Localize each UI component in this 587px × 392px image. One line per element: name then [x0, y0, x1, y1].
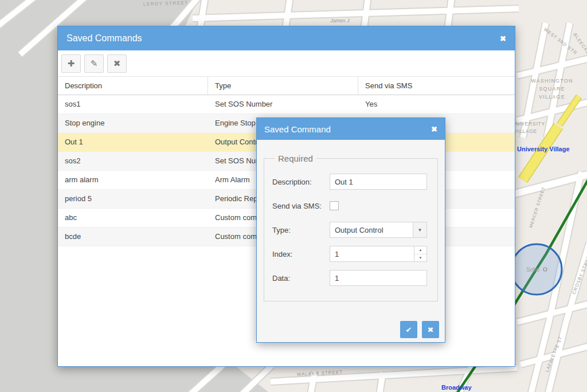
dialog-close-icon[interactable]: ✖: [431, 125, 437, 134]
dialog-footer: ✔ ✖: [257, 317, 445, 342]
map-label: SQUARE: [539, 86, 565, 92]
data-label: Data:: [272, 274, 330, 283]
type-row: Type: ▼: [272, 222, 429, 238]
map-label: UNIVERSITY: [511, 121, 545, 127]
table-cell-type: Set SOS Number: [208, 95, 358, 113]
description-label: Description:: [272, 178, 330, 186]
required-fieldset: Required Description: Send via SMS: Type…: [264, 154, 438, 301]
type-label: Type:: [272, 226, 330, 234]
cancel-button[interactable]: ✖: [422, 321, 439, 338]
sms-row: Send via SMS:: [272, 198, 429, 214]
table-cell-description: Out 1: [58, 133, 208, 151]
index-label: Index:: [272, 250, 330, 258]
type-combobox-input[interactable]: [330, 222, 413, 237]
table-cell-sms: Yes: [358, 95, 515, 113]
table-cell-description: period 5: [58, 190, 208, 208]
table-cell-description: Stop engine: [58, 114, 208, 132]
table-cell-description: sos1: [58, 95, 208, 113]
map-label: VILLAGE: [539, 94, 565, 100]
add-button[interactable]: ✚: [61, 54, 81, 73]
column-header-description[interactable]: Description: [58, 77, 208, 95]
map-label: James J: [330, 18, 350, 23]
spinner-triggers: ▲ ▼: [414, 246, 426, 261]
type-combobox[interactable]: ▼: [330, 222, 427, 238]
send-via-sms-checkbox[interactable]: [330, 201, 339, 210]
fieldset-legend: Required: [275, 154, 316, 163]
sms-label: Send via SMS:: [272, 202, 330, 210]
table-cell-description: arm alarm: [58, 171, 208, 189]
map-label: Broadway: [441, 384, 472, 391]
window-title: Saved Commands: [66, 33, 500, 44]
edit-button[interactable]: ✎: [84, 54, 104, 73]
dialog-header[interactable]: Saved Command ✖: [257, 118, 445, 140]
saved-command-dialog: Saved Command ✖ Required Description: Se…: [256, 117, 445, 343]
index-input[interactable]: [330, 246, 414, 261]
map-label: VILLAGE: [514, 128, 537, 134]
map-label: WASHINGTON: [531, 78, 573, 84]
index-spinner[interactable]: ▲ ▼: [330, 246, 427, 262]
grid-header: Description Type Send via SMS: [58, 76, 515, 95]
spin-down-icon[interactable]: ▼: [414, 254, 426, 262]
map-label: Soho: [526, 266, 540, 273]
table-cell-description: sos2: [58, 152, 208, 170]
spin-up-icon[interactable]: ▲: [414, 246, 426, 254]
table-row[interactable]: sos1Set SOS NumberYes: [58, 95, 515, 114]
window-header[interactable]: Saved Commands ✖: [58, 26, 515, 50]
remove-button[interactable]: ✖: [107, 54, 127, 73]
dialog-title: Saved Command: [264, 124, 431, 134]
table-cell-description: abc: [58, 209, 208, 227]
data-row: Data:: [272, 270, 429, 286]
data-input[interactable]: [330, 270, 427, 286]
chevron-down-icon[interactable]: ▼: [413, 222, 426, 237]
commands-toolbar: ✚ ✎ ✖: [58, 50, 515, 76]
description-input[interactable]: [330, 174, 427, 190]
close-icon[interactable]: ✖: [500, 34, 506, 43]
column-header-type[interactable]: Type: [208, 77, 358, 95]
map-label: University Village: [517, 146, 570, 152]
confirm-button[interactable]: ✔: [400, 321, 417, 338]
table-cell-description: bcde: [58, 228, 208, 246]
index-row: Index: ▲ ▼: [272, 246, 429, 262]
description-row: Description:: [272, 174, 429, 190]
column-header-sms[interactable]: Send via SMS: [358, 77, 515, 95]
